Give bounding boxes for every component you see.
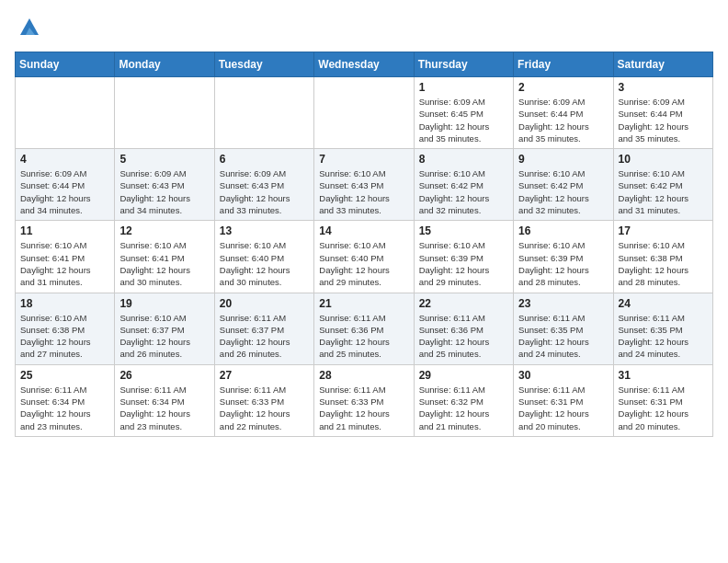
day-number: 13 bbox=[220, 224, 309, 237]
day-cell bbox=[115, 77, 214, 149]
day-info: Sunrise: 6:10 AM Sunset: 6:40 PM Dayligh… bbox=[220, 239, 309, 288]
day-number: 2 bbox=[518, 81, 608, 94]
day-number: 4 bbox=[20, 153, 109, 166]
day-header-monday: Monday bbox=[115, 52, 214, 77]
day-cell: 21Sunrise: 6:11 AM Sunset: 6:36 PM Dayli… bbox=[314, 293, 414, 364]
day-cell: 2Sunrise: 6:09 AM Sunset: 6:44 PM Daylig… bbox=[514, 77, 613, 149]
day-info: Sunrise: 6:10 AM Sunset: 6:41 PM Dayligh… bbox=[119, 239, 209, 288]
day-cell: 27Sunrise: 6:11 AM Sunset: 6:33 PM Dayli… bbox=[214, 364, 313, 436]
day-header-thursday: Thursday bbox=[414, 52, 513, 77]
day-number: 5 bbox=[119, 153, 209, 166]
day-number: 14 bbox=[319, 224, 408, 237]
day-cell bbox=[214, 77, 313, 149]
day-cell: 6Sunrise: 6:09 AM Sunset: 6:43 PM Daylig… bbox=[214, 149, 313, 221]
day-info: Sunrise: 6:10 AM Sunset: 6:42 PM Dayligh… bbox=[619, 167, 708, 216]
day-info: Sunrise: 6:11 AM Sunset: 6:37 PM Dayligh… bbox=[220, 312, 309, 361]
day-cell: 18Sunrise: 6:10 AM Sunset: 6:38 PM Dayli… bbox=[16, 293, 115, 364]
day-cell bbox=[16, 77, 115, 149]
day-info: Sunrise: 6:10 AM Sunset: 6:42 PM Dayligh… bbox=[518, 167, 608, 216]
day-number: 24 bbox=[619, 297, 708, 310]
day-cell: 26Sunrise: 6:11 AM Sunset: 6:34 PM Dayli… bbox=[115, 364, 214, 436]
day-header-friday: Friday bbox=[514, 52, 613, 77]
calendar-header-row: SundayMondayTuesdayWednesdayThursdayFrid… bbox=[16, 52, 713, 77]
day-info: Sunrise: 6:10 AM Sunset: 6:39 PM Dayligh… bbox=[518, 239, 608, 288]
day-number: 19 bbox=[119, 297, 209, 310]
day-info: Sunrise: 6:10 AM Sunset: 6:38 PM Dayligh… bbox=[619, 239, 708, 288]
day-number: 8 bbox=[419, 153, 508, 166]
day-cell: 12Sunrise: 6:10 AM Sunset: 6:41 PM Dayli… bbox=[115, 221, 214, 293]
day-info: Sunrise: 6:11 AM Sunset: 6:33 PM Dayligh… bbox=[220, 384, 309, 432]
calendar-table: SundayMondayTuesdayWednesdayThursdayFrid… bbox=[15, 52, 713, 437]
day-number: 21 bbox=[319, 297, 408, 310]
day-cell: 13Sunrise: 6:10 AM Sunset: 6:40 PM Dayli… bbox=[214, 221, 313, 293]
day-cell: 8Sunrise: 6:10 AM Sunset: 6:42 PM Daylig… bbox=[414, 149, 513, 221]
day-info: Sunrise: 6:11 AM Sunset: 6:33 PM Dayligh… bbox=[319, 384, 408, 432]
day-number: 18 bbox=[20, 297, 109, 310]
day-cell: 19Sunrise: 6:10 AM Sunset: 6:37 PM Dayli… bbox=[115, 293, 214, 364]
day-cell: 4Sunrise: 6:09 AM Sunset: 6:44 PM Daylig… bbox=[16, 149, 115, 221]
day-number: 3 bbox=[619, 81, 708, 94]
day-info: Sunrise: 6:11 AM Sunset: 6:36 PM Dayligh… bbox=[419, 312, 508, 361]
day-cell: 16Sunrise: 6:10 AM Sunset: 6:39 PM Dayli… bbox=[514, 221, 613, 293]
day-number: 10 bbox=[619, 153, 708, 166]
day-number: 26 bbox=[119, 369, 209, 382]
day-cell: 11Sunrise: 6:10 AM Sunset: 6:41 PM Dayli… bbox=[16, 221, 115, 293]
day-cell bbox=[314, 77, 414, 149]
day-number: 1 bbox=[419, 81, 508, 94]
day-cell: 10Sunrise: 6:10 AM Sunset: 6:42 PM Dayli… bbox=[613, 149, 712, 221]
day-cell: 17Sunrise: 6:10 AM Sunset: 6:38 PM Dayli… bbox=[613, 221, 712, 293]
day-info: Sunrise: 6:11 AM Sunset: 6:36 PM Dayligh… bbox=[319, 312, 408, 361]
day-info: Sunrise: 6:10 AM Sunset: 6:41 PM Dayligh… bbox=[20, 239, 109, 288]
day-cell: 29Sunrise: 6:11 AM Sunset: 6:32 PM Dayli… bbox=[414, 364, 513, 436]
day-info: Sunrise: 6:11 AM Sunset: 6:34 PM Dayligh… bbox=[20, 384, 109, 432]
day-info: Sunrise: 6:09 AM Sunset: 6:45 PM Dayligh… bbox=[419, 96, 508, 144]
day-info: Sunrise: 6:10 AM Sunset: 6:43 PM Dayligh… bbox=[319, 167, 408, 216]
day-cell: 31Sunrise: 6:11 AM Sunset: 6:31 PM Dayli… bbox=[613, 364, 712, 436]
week-row-1: 1Sunrise: 6:09 AM Sunset: 6:45 PM Daylig… bbox=[16, 77, 713, 149]
day-number: 23 bbox=[518, 297, 608, 310]
day-info: Sunrise: 6:10 AM Sunset: 6:40 PM Dayligh… bbox=[319, 239, 408, 288]
day-number: 29 bbox=[419, 369, 508, 382]
week-row-2: 4Sunrise: 6:09 AM Sunset: 6:44 PM Daylig… bbox=[16, 149, 713, 221]
day-info: Sunrise: 6:11 AM Sunset: 6:35 PM Dayligh… bbox=[619, 312, 708, 361]
day-cell: 7Sunrise: 6:10 AM Sunset: 6:43 PM Daylig… bbox=[314, 149, 414, 221]
day-number: 15 bbox=[419, 224, 508, 237]
day-info: Sunrise: 6:11 AM Sunset: 6:32 PM Dayligh… bbox=[419, 384, 508, 432]
day-info: Sunrise: 6:11 AM Sunset: 6:31 PM Dayligh… bbox=[619, 384, 708, 432]
day-number: 9 bbox=[518, 153, 608, 166]
day-cell: 14Sunrise: 6:10 AM Sunset: 6:40 PM Dayli… bbox=[314, 221, 414, 293]
day-number: 7 bbox=[319, 153, 408, 166]
day-number: 28 bbox=[319, 369, 408, 382]
day-info: Sunrise: 6:09 AM Sunset: 6:44 PM Dayligh… bbox=[518, 96, 608, 144]
day-number: 27 bbox=[220, 369, 309, 382]
day-cell: 15Sunrise: 6:10 AM Sunset: 6:39 PM Dayli… bbox=[414, 221, 513, 293]
day-info: Sunrise: 6:10 AM Sunset: 6:39 PM Dayligh… bbox=[419, 239, 508, 288]
day-info: Sunrise: 6:10 AM Sunset: 6:42 PM Dayligh… bbox=[419, 167, 508, 216]
week-row-5: 25Sunrise: 6:11 AM Sunset: 6:34 PM Dayli… bbox=[16, 364, 713, 436]
day-header-tuesday: Tuesday bbox=[214, 52, 313, 77]
day-cell: 23Sunrise: 6:11 AM Sunset: 6:35 PM Dayli… bbox=[514, 293, 613, 364]
day-cell: 22Sunrise: 6:11 AM Sunset: 6:36 PM Dayli… bbox=[414, 293, 513, 364]
day-cell: 30Sunrise: 6:11 AM Sunset: 6:31 PM Dayli… bbox=[514, 364, 613, 436]
page-header bbox=[15, 15, 713, 40]
day-cell: 24Sunrise: 6:11 AM Sunset: 6:35 PM Dayli… bbox=[613, 293, 712, 364]
day-header-wednesday: Wednesday bbox=[314, 52, 414, 77]
day-info: Sunrise: 6:11 AM Sunset: 6:35 PM Dayligh… bbox=[518, 312, 608, 361]
day-cell: 9Sunrise: 6:10 AM Sunset: 6:42 PM Daylig… bbox=[514, 149, 613, 221]
day-header-sunday: Sunday bbox=[16, 52, 115, 77]
day-info: Sunrise: 6:09 AM Sunset: 6:44 PM Dayligh… bbox=[619, 96, 708, 144]
day-info: Sunrise: 6:10 AM Sunset: 6:37 PM Dayligh… bbox=[119, 312, 209, 361]
day-number: 30 bbox=[518, 369, 608, 382]
day-number: 11 bbox=[20, 224, 109, 237]
logo bbox=[15, 15, 42, 40]
day-cell: 1Sunrise: 6:09 AM Sunset: 6:45 PM Daylig… bbox=[414, 77, 513, 149]
day-number: 25 bbox=[20, 369, 109, 382]
day-info: Sunrise: 6:11 AM Sunset: 6:31 PM Dayligh… bbox=[518, 384, 608, 432]
day-number: 20 bbox=[220, 297, 309, 310]
day-number: 16 bbox=[518, 224, 608, 237]
logo-icon bbox=[17, 15, 42, 40]
day-info: Sunrise: 6:09 AM Sunset: 6:44 PM Dayligh… bbox=[20, 167, 109, 216]
day-info: Sunrise: 6:10 AM Sunset: 6:38 PM Dayligh… bbox=[20, 312, 109, 361]
day-info: Sunrise: 6:09 AM Sunset: 6:43 PM Dayligh… bbox=[220, 167, 309, 216]
day-header-saturday: Saturday bbox=[613, 52, 712, 77]
